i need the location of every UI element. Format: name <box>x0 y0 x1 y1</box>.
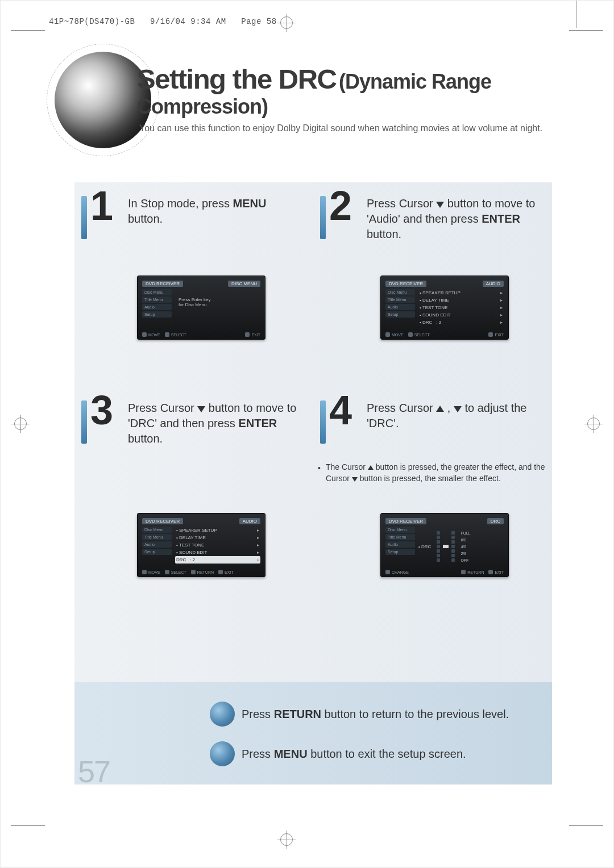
step-accent <box>320 400 326 444</box>
t: In Stop mode, press <box>128 197 233 210</box>
osd-foot-item: MOVE <box>142 332 160 337</box>
cursor-down-icon <box>352 477 358 482</box>
osd-foot: MOVE SELECT EXIT <box>385 329 504 337</box>
t: button is pressed, the smaller the effec… <box>358 474 501 483</box>
osd-main: • SPEAKER SETUP▸ • DELAY TIME▸ • TEST TO… <box>175 527 260 566</box>
osd-side-item: Title Menu <box>142 297 172 303</box>
osd-foot-item: EXIT <box>488 332 504 337</box>
step-text: Press Cursor button to move to 'DRC' and… <box>128 400 303 446</box>
footer-panel: Press RETURN button to return to the pre… <box>74 682 552 784</box>
t: button. <box>128 432 163 445</box>
page-title: Setting the DRC (Dynamic Range Compressi… <box>137 63 579 119</box>
osd-item: SPEAKER SETUP <box>422 290 460 295</box>
t: button to exit the setup screen. <box>308 748 466 760</box>
step-accent <box>320 196 326 239</box>
osd-side-item: Disc Menu <box>142 289 172 295</box>
osd-val: : 2 <box>190 557 195 562</box>
t: The Cursor <box>326 462 368 471</box>
t: Press Cursor <box>367 402 436 414</box>
osd-foot-item: EXIT <box>245 332 260 337</box>
osd-foot-item: EXIT <box>218 570 234 574</box>
step-text: Press Cursor button to move to 'Audio' a… <box>367 196 542 242</box>
cursor-up-icon <box>368 465 374 470</box>
trim-mark <box>569 30 603 31</box>
osd-title: DRC <box>487 518 504 524</box>
osd-item: SOUND EDIT <box>179 550 207 555</box>
osd-foot-item: MOVE <box>142 570 160 574</box>
osd-side-item: Disc Menu <box>142 527 172 533</box>
bullet-icon: • <box>318 463 321 474</box>
cursor-down-icon <box>454 406 462 412</box>
osd-brand: DVD RECEIVER <box>385 518 426 524</box>
osd-side-item: Setup <box>142 549 172 555</box>
osd-side: Disc Menu Title Menu Audio Setup <box>142 527 172 556</box>
drc-scale <box>437 531 455 562</box>
t: Press Cursor <box>367 197 436 210</box>
osd-screenshot-4: DVD RECEIVERDRC Disc Menu Title Menu Aud… <box>380 513 509 577</box>
cursor-down-icon <box>197 406 205 412</box>
osd-side-item: Setup <box>385 549 415 555</box>
osd-val: : 2 <box>436 320 441 325</box>
osd-side-item: Disc Menu <box>385 527 415 533</box>
osd-item: TEST TONE <box>179 542 204 548</box>
t: Press <box>242 708 274 720</box>
trim-mark <box>576 1 576 28</box>
osd-item: TEST TONE <box>422 305 447 310</box>
osd-foot-item: RETURN <box>461 570 484 574</box>
page-number: 57 <box>78 754 110 789</box>
osd-side-item: Title Menu <box>385 297 415 303</box>
osd-item: SOUND EDIT <box>422 312 450 318</box>
osd-side-item: Audio <box>385 541 415 548</box>
osd-msg: for Disc Menu <box>179 302 257 307</box>
osd-title: AUDIO <box>239 518 260 524</box>
osd-foot: CHANGE RETURN EXIT <box>385 566 504 574</box>
osd-item: DELAY TIME <box>179 535 206 540</box>
osd-foot: MOVE SELECT EXIT <box>142 329 260 337</box>
osd-side-item: Audio <box>385 304 415 310</box>
osd-foot-item: CHANGE <box>385 570 409 574</box>
t: button. <box>367 228 401 240</box>
step-number: 4 <box>329 387 352 433</box>
header-date: 9/16/04 9:34 AM <box>150 17 226 26</box>
drc-knob-icon <box>442 544 449 549</box>
step-4-note: • The Cursor button is pressed, the grea… <box>318 462 545 484</box>
osd-side-item: Title Menu <box>385 534 415 540</box>
step-number: 3 <box>90 387 113 433</box>
step-text: In Stop mode, press MENU button. <box>128 196 303 227</box>
osd-side: Disc Menu Title Menu Audio Setup <box>385 527 415 556</box>
t-bold: MENU <box>233 197 267 210</box>
osd-item: DELAY TIME <box>422 298 449 303</box>
cursor-down-icon <box>436 202 444 208</box>
t: Press Cursor <box>128 402 197 414</box>
registration-mark <box>280 16 293 29</box>
osd-screenshot-3: DVD RECEIVERAUDIO Disc Menu Title Menu A… <box>137 513 265 577</box>
step-text: Press Cursor , to adjust the 'DRC'. <box>367 400 542 431</box>
osd-side-item: Audio <box>142 304 172 310</box>
registration-mark <box>587 418 600 430</box>
osd-screenshot-1: DVD RECEIVERDISC MENU Disc Menu Title Me… <box>137 276 265 340</box>
osd-side: Disc Menu Title Menu Audio Setup <box>142 289 172 319</box>
osd-side-item: Setup <box>142 311 172 318</box>
osd-item: DRC <box>422 320 432 325</box>
osd-item: SPEAKER SETUP <box>179 528 217 533</box>
t-bold: ENTER <box>238 417 277 429</box>
t: Press <box>242 748 274 760</box>
drc-level: 2/8 <box>460 552 470 556</box>
t-bold: RETURN <box>274 708 321 720</box>
trim-mark <box>569 825 603 826</box>
cursor-up-icon <box>436 406 444 412</box>
header-file: 41P~78P(DS470)-GB <box>49 17 135 26</box>
osd-main: • DRC FULL 6/8 4/8 2/8 OFF <box>418 527 504 566</box>
step-accent <box>81 196 87 239</box>
steps-panel: 1 In Stop mode, press MENU button. 2 Pre… <box>74 182 552 682</box>
osd-foot-item: SELECT <box>408 332 430 337</box>
header-page: Page 58 <box>241 17 276 26</box>
osd-brand: DVD RECEIVER <box>385 281 426 287</box>
osd-main: Press Enter key for Disc Menu <box>175 289 260 329</box>
osd-brand: DVD RECEIVER <box>142 281 183 287</box>
osd-side-item: Setup <box>385 311 415 318</box>
bullet-dot-icon <box>210 741 235 766</box>
title-main: Setting the DRC <box>137 64 336 94</box>
drc-levels: FULL 6/8 4/8 2/8 OFF <box>460 531 470 562</box>
osd-foot-item: EXIT <box>488 570 504 574</box>
